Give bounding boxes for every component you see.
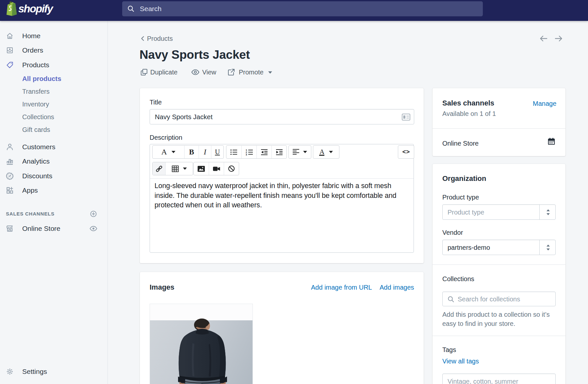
svg-text:3: 3	[246, 153, 247, 155]
